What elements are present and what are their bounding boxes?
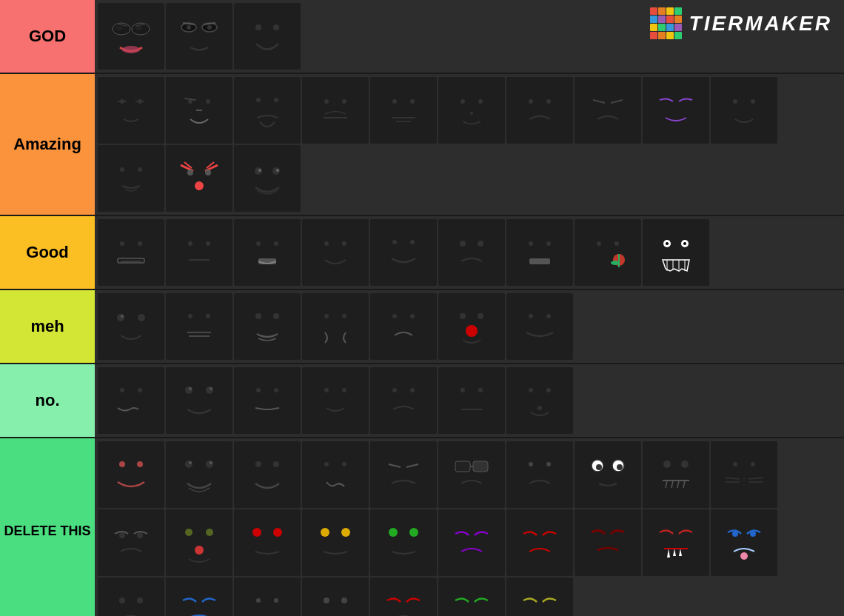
svg-point-41 (138, 167, 142, 172)
list-item[interactable] (302, 77, 369, 144)
list-item[interactable] (438, 509, 505, 576)
list-item[interactable] (234, 145, 301, 212)
list-item[interactable] (643, 77, 709, 144)
list-item[interactable] (302, 509, 369, 576)
list-item[interactable] (643, 219, 709, 286)
tier-row-meh: meh (0, 290, 844, 364)
list-item[interactable] (506, 441, 573, 508)
list-item[interactable] (711, 77, 777, 144)
list-item[interactable] (234, 441, 301, 508)
svg-point-25 (324, 99, 329, 104)
list-item[interactable] (506, 509, 573, 576)
svg-point-139 (529, 462, 533, 466)
list-item[interactable] (302, 578, 369, 616)
svg-point-86 (121, 315, 124, 318)
svg-point-53 (120, 241, 124, 246)
list-item[interactable] (302, 367, 369, 434)
list-item[interactable] (438, 293, 505, 360)
list-item[interactable] (98, 145, 164, 212)
svg-point-157 (742, 477, 746, 481)
list-item[interactable] (98, 509, 164, 576)
list-item[interactable] (438, 77, 505, 144)
list-item[interactable] (438, 441, 505, 508)
list-item[interactable] (506, 77, 573, 144)
svg-point-80 (683, 242, 686, 245)
list-item[interactable] (98, 3, 164, 70)
list-item[interactable] (98, 219, 164, 286)
list-item[interactable] (234, 77, 301, 144)
svg-point-35 (546, 99, 551, 104)
list-item[interactable] (370, 77, 437, 144)
list-item[interactable] (643, 509, 709, 576)
list-item[interactable] (506, 293, 573, 360)
list-item[interactable] (98, 441, 164, 508)
list-item[interactable] (575, 219, 641, 286)
svg-point-27 (392, 99, 397, 104)
svg-line-112 (270, 408, 279, 409)
svg-point-66 (410, 240, 415, 244)
list-item[interactable] (370, 509, 437, 576)
list-item[interactable] (98, 77, 164, 144)
svg-rect-71 (529, 258, 550, 264)
list-item[interactable] (438, 219, 505, 286)
list-item[interactable] (234, 293, 301, 360)
list-item[interactable] (166, 293, 232, 360)
list-item[interactable] (506, 578, 573, 616)
list-item[interactable] (438, 367, 505, 434)
list-item[interactable] (506, 219, 573, 286)
list-item[interactable] (234, 509, 301, 576)
svg-point-61 (274, 241, 278, 246)
svg-point-162 (195, 546, 204, 555)
svg-point-102 (546, 314, 551, 318)
svg-point-101 (529, 314, 533, 318)
svg-point-23 (256, 98, 261, 102)
svg-point-160 (185, 529, 192, 536)
list-item[interactable] (302, 219, 369, 286)
svg-point-161 (206, 529, 213, 536)
list-item[interactable] (166, 145, 232, 212)
list-item[interactable] (370, 578, 437, 616)
list-item[interactable] (370, 367, 437, 434)
list-item[interactable] (98, 293, 164, 360)
list-item[interactable] (234, 367, 301, 434)
list-item[interactable] (302, 441, 369, 508)
svg-point-31 (460, 99, 465, 104)
list-item[interactable] (166, 367, 232, 434)
list-item[interactable] (370, 293, 437, 360)
list-item[interactable] (166, 219, 232, 286)
list-item[interactable] (166, 578, 232, 616)
list-item[interactable] (234, 3, 301, 70)
list-item[interactable] (506, 367, 573, 434)
list-item[interactable] (575, 441, 641, 508)
svg-point-69 (529, 241, 533, 246)
svg-point-172 (732, 531, 738, 537)
svg-point-68 (478, 241, 483, 247)
list-item[interactable] (370, 219, 437, 286)
list-item[interactable] (234, 219, 301, 286)
tier-content-amazing (95, 74, 844, 215)
svg-point-132 (324, 462, 329, 466)
list-item[interactable] (98, 578, 164, 616)
list-item[interactable] (575, 77, 641, 144)
list-item[interactable] (166, 441, 232, 508)
svg-point-67 (460, 241, 466, 247)
list-item[interactable] (98, 367, 164, 434)
svg-line-111 (255, 408, 264, 409)
list-item[interactable] (166, 3, 232, 70)
list-item[interactable] (234, 578, 301, 616)
svg-point-176 (137, 597, 143, 603)
list-item[interactable] (166, 509, 232, 576)
list-item[interactable] (370, 441, 437, 508)
svg-point-9 (187, 25, 191, 30)
svg-point-146 (681, 461, 689, 468)
list-item[interactable] (166, 77, 232, 144)
list-item[interactable] (575, 509, 641, 576)
list-item[interactable] (711, 441, 777, 508)
tier-list: TiERMAKER GOD (0, 0, 844, 616)
svg-point-94 (324, 314, 329, 318)
svg-point-52 (276, 169, 279, 172)
list-item[interactable] (438, 578, 505, 616)
list-item[interactable] (711, 509, 777, 576)
list-item[interactable] (643, 441, 709, 508)
list-item[interactable] (302, 293, 369, 360)
